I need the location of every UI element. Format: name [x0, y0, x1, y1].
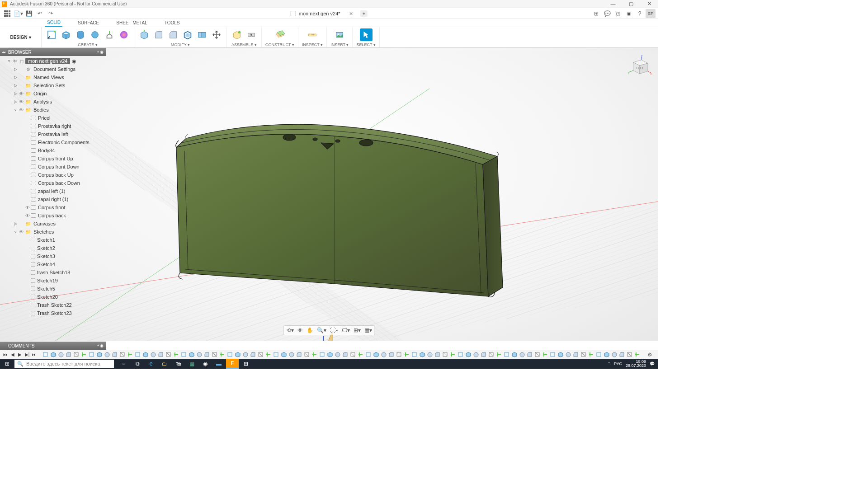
fusion-taskbar-icon[interactable]: F — [226, 359, 239, 369]
browser-item[interactable]: zapal right (1) — [0, 195, 106, 203]
timeline-feature[interactable] — [49, 352, 57, 358]
display-icon[interactable]: 🖵▾ — [342, 327, 350, 333]
live-review-icon[interactable]: ◉ — [624, 9, 634, 18]
browser-item[interactable]: ▷👁📁Origin — [0, 89, 106, 98]
timeline-feature[interactable] — [257, 352, 264, 358]
browser-item[interactable]: ▷📁Named Views — [0, 73, 106, 81]
browser-item[interactable]: Prostavka right — [0, 122, 106, 130]
timeline-feature[interactable] — [487, 352, 495, 358]
browser-item[interactable]: Electronic Components — [0, 138, 106, 146]
plane-icon[interactable] — [274, 28, 286, 41]
timeline-feature[interactable] — [349, 352, 356, 358]
timeline-feature[interactable] — [80, 352, 87, 358]
browser-item[interactable]: Prostavka left — [0, 130, 106, 138]
timeline-feature[interactable] — [587, 352, 594, 358]
timeline-feature[interactable] — [526, 352, 533, 358]
timeline-feature[interactable] — [195, 352, 203, 358]
timeline-feature[interactable] — [372, 352, 379, 358]
timeline-feature[interactable] — [180, 352, 187, 358]
timeline-feature[interactable] — [510, 352, 518, 358]
browser-item[interactable]: Sketch19 — [0, 277, 106, 285]
close-button[interactable]: ✕ — [640, 0, 658, 8]
tab-surface[interactable]: SURFACE — [76, 19, 101, 26]
data-panel-icon[interactable] — [2, 9, 13, 18]
browser-item[interactable]: Sketch3 — [0, 252, 106, 260]
taskview-icon[interactable]: ⧉ — [131, 359, 144, 369]
browser-item[interactable]: Sketch20 — [0, 293, 106, 301]
timeline-feature[interactable] — [272, 352, 279, 358]
app2-icon[interactable]: ▬ — [212, 359, 225, 369]
timeline-feature[interactable] — [203, 352, 210, 358]
timeline-feature[interactable] — [318, 352, 326, 358]
timeline-feature[interactable] — [464, 352, 472, 358]
timeline-feature[interactable] — [311, 352, 318, 358]
timeline-feature[interactable] — [142, 352, 149, 358]
undo-icon[interactable]: ↶ — [34, 9, 45, 18]
timeline-feature[interactable] — [564, 352, 571, 358]
timeline-feature[interactable] — [495, 352, 502, 358]
zoom-icon[interactable]: 🔍▾ — [317, 327, 326, 333]
timeline-feature[interactable] — [326, 352, 333, 358]
browser-item[interactable]: zapal left (1) — [0, 187, 106, 195]
shell-icon[interactable] — [181, 28, 194, 41]
timeline-feature[interactable] — [72, 352, 80, 358]
sketch-icon[interactable] — [45, 28, 58, 41]
group-insert-label[interactable]: INSERT ▾ — [330, 42, 349, 47]
browser-item[interactable]: Trash Sketch22 — [0, 301, 106, 309]
timeline-feature[interactable] — [234, 352, 241, 358]
browser-item[interactable]: ▷⚙Document Settings — [0, 65, 106, 73]
tray-lang[interactable]: РУС — [614, 361, 622, 366]
timeline-feature[interactable] — [580, 352, 587, 358]
select-icon[interactable] — [360, 28, 373, 41]
fillet-icon[interactable] — [152, 28, 165, 41]
browser-item[interactable]: ▿👁📁Sketches — [0, 228, 106, 236]
timeline-feature[interactable] — [434, 352, 441, 358]
timeline-feature[interactable] — [610, 352, 618, 358]
timeline-feature[interactable] — [95, 352, 103, 358]
measure-icon[interactable] — [306, 28, 319, 41]
joint-icon[interactable] — [245, 28, 258, 41]
timeline-feature[interactable] — [472, 352, 479, 358]
chamfer-icon[interactable] — [167, 28, 179, 41]
timeline-feature[interactable] — [341, 352, 349, 358]
timeline-settings-icon[interactable]: ⚙ — [647, 352, 656, 358]
timeline-prev-icon[interactable]: ◀ — [9, 352, 16, 357]
timeline-feature[interactable] — [88, 352, 95, 358]
timeline-feature[interactable] — [111, 352, 118, 358]
timeline-feature[interactable] — [211, 352, 218, 358]
group-create-label[interactable]: CREATE ▾ — [78, 42, 97, 47]
tray-chevron-icon[interactable]: ˄ — [608, 361, 610, 366]
job-status-icon[interactable]: ◷ — [613, 9, 623, 18]
browser-item[interactable]: Sketch4 — [0, 260, 106, 268]
browser-item[interactable]: Sketch2 — [0, 244, 106, 252]
browser-item[interactable]: trash Sketch18 — [0, 268, 106, 277]
timeline-feature[interactable] — [426, 352, 433, 358]
browser-item[interactable]: Sketch1 — [0, 236, 106, 244]
move-icon[interactable] — [210, 28, 223, 41]
timeline-feature[interactable] — [410, 352, 418, 358]
chrome-icon[interactable]: ◉ — [199, 359, 212, 369]
timeline-start-icon[interactable]: ⏮ — [2, 352, 9, 357]
timeline-feature[interactable] — [280, 352, 287, 358]
browser-item[interactable]: Pricel — [0, 114, 106, 122]
timeline-feature[interactable] — [633, 352, 641, 358]
timeline-feature[interactable] — [357, 352, 364, 358]
combine-icon[interactable] — [196, 28, 208, 41]
presspull-icon[interactable] — [138, 28, 151, 41]
timeline-feature[interactable] — [387, 352, 395, 358]
timeline-feature[interactable] — [572, 352, 579, 358]
cortana-icon[interactable]: ○ — [118, 359, 130, 369]
browser-item[interactable]: Trash Sketch23 — [0, 309, 106, 317]
timeline-feature[interactable] — [264, 352, 272, 358]
timeline-feature[interactable] — [42, 352, 49, 358]
timeline-end-icon[interactable]: ⏭ — [31, 352, 38, 357]
component-icon[interactable] — [231, 28, 243, 41]
start-button[interactable]: ⊞ — [0, 361, 14, 367]
timeline-feature[interactable] — [334, 352, 341, 358]
group-inspect-label[interactable]: INSPECT ▾ — [302, 42, 323, 47]
browser-item[interactable]: Corpus back Up — [0, 171, 106, 179]
save-icon[interactable]: 💾 — [24, 9, 34, 18]
redo-icon[interactable]: ↷ — [45, 9, 56, 18]
box-icon[interactable] — [60, 28, 72, 41]
tab-solid[interactable]: SOLID — [45, 19, 62, 27]
